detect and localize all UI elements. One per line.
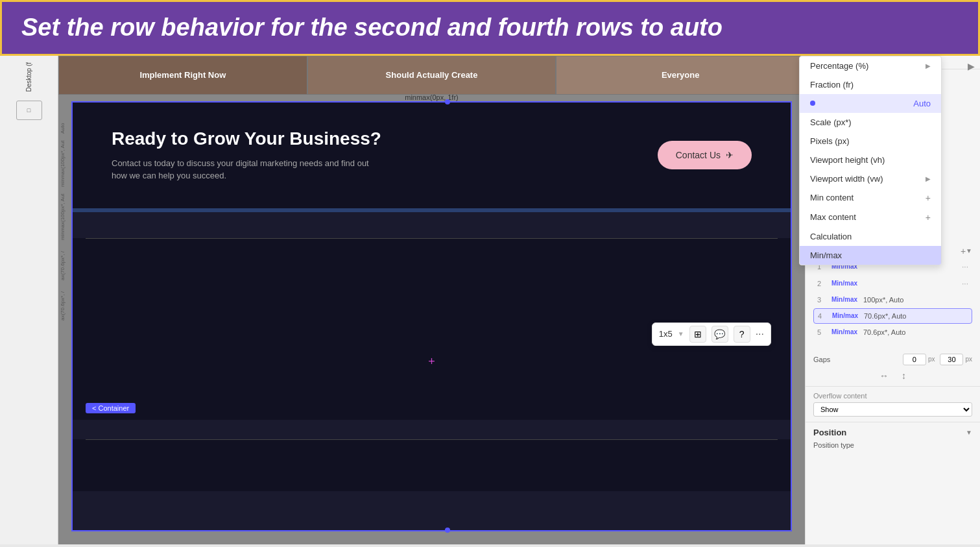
gaps-label: Gaps — [813, 356, 830, 363]
dropdown-item-percentage[interactable]: Percentage (%) ▶ — [800, 56, 941, 75]
row-label-minmax1: minmax(100px*, Aut — [60, 135, 66, 187]
dropdown-item-maxcontent[interactable]: Max content + — [800, 208, 941, 227]
position-type-label: Position type — [813, 441, 972, 449]
dropdown-item-vh-label: Viewport height (vh) — [810, 155, 885, 165]
position-chevron[interactable]: ▼ — [966, 429, 972, 436]
contact-btn-label: Contact Us — [676, 150, 721, 160]
dropdown-item-fraction[interactable]: Fraction (fr) — [800, 75, 941, 94]
dropdown-percentage-arrow: ▶ — [926, 62, 931, 69]
grid-row-1-dots[interactable]: ··· — [962, 262, 968, 271]
gaps-row: Gaps px px — [813, 351, 972, 368]
grid-row-5-type: Min/max — [831, 328, 861, 335]
dropdown-mincontent-plus[interactable]: + — [926, 193, 931, 203]
dropdown-item-calculation[interactable]: Calculation — [800, 227, 941, 246]
grid-row-5[interactable]: 5 Min/max 70.6px*, Auto — [813, 325, 972, 339]
grid-row-4-type: Min/max — [832, 312, 861, 319]
dropdown-item-auto[interactable]: Auto — [800, 94, 941, 113]
cta-subtext: Contact us today to discuss your digital… — [112, 157, 384, 182]
dropdown-item-pixels-label: Pixels (px) — [810, 136, 850, 146]
left-sidebar: Desktop (f □ — [0, 56, 58, 544]
top-right-arrow[interactable]: ▶ — [968, 61, 975, 71]
gaps-section: Gaps px px ↔ ↕ — [806, 346, 980, 387]
dropdown-item-minmax[interactable]: Min/max — [800, 246, 941, 265]
image-label-3: Everyone — [662, 70, 700, 80]
row-labels-container: Auto minmax(100px*, Aut minmax(100px*, A… — [60, 108, 66, 321]
toolbar-btn-3[interactable]: ? — [734, 326, 750, 343]
dropdown-item-vh[interactable]: Viewport height (vh) — [800, 151, 941, 169]
toolbar-btn-2[interactable]: 💬 — [711, 326, 728, 343]
contact-us-button[interactable]: Contact Us ✈ — [658, 141, 752, 169]
grid-row-2-dots[interactable]: ··· — [962, 279, 968, 288]
grid-row-4-num: 4 — [818, 312, 828, 320]
gaps-row-unit: px — [965, 356, 972, 363]
dropdown-item-vw-label: Viewport width (vw) — [810, 174, 883, 184]
banner-title: Set the row behavior for the second and … — [21, 14, 959, 42]
dark-section-1 — [73, 238, 791, 303]
dropdown-item-auto-label: Auto — [913, 99, 931, 108]
position-title-row: Position ▼ — [813, 428, 972, 437]
grid-row-3[interactable]: 3 Min/max 100px*, Auto — [813, 293, 972, 307]
gaps-inputs: px px — [903, 354, 972, 365]
image-label-1: Implement Right Now — [139, 70, 226, 80]
image-block-1: Implement Right Now — [58, 56, 307, 95]
grid-row-5-val: 70.6px*, Auto — [863, 328, 905, 336]
overflow-select[interactable]: Show Hide — [813, 402, 972, 417]
gaps-row-input[interactable] — [940, 354, 963, 365]
row-label-minmax2: minmax(100px*, Aut — [60, 188, 66, 240]
grid-row-2-num: 2 — [817, 280, 828, 287]
dropdown-item-scale[interactable]: Scale (px*) — [800, 113, 941, 132]
section-line-1 — [86, 238, 778, 239]
cta-text-block: Ready to Grow Your Business? Contact us … — [112, 128, 384, 182]
dropdown-item-calculation-label: Calculation — [810, 232, 852, 241]
dropdown-item-mincontent[interactable]: Min content + — [800, 188, 941, 208]
dropdown-item-minmax-label: Min/max — [810, 250, 842, 260]
banner: Set the row behavior for the second and … — [0, 0, 980, 56]
image-strip: Implement Right Now Should Actually Crea… — [58, 56, 805, 95]
grid-row-2[interactable]: 2 Min/max ··· — [813, 276, 972, 291]
dropdown-maxcontent-plus[interactable]: + — [926, 212, 931, 223]
overflow-label: Overflow content — [813, 392, 972, 400]
cta-section: Ready to Grow Your Business? Contact us … — [73, 103, 791, 208]
floating-toolbar[interactable]: 1x5 ▼ ⊞ 💬 ? ··· — [652, 322, 771, 346]
add-row-btn[interactable]: + — [961, 246, 966, 256]
gaps-col-unit: px — [928, 356, 935, 363]
grid-row-3-type: Min/max — [831, 296, 861, 303]
dark-section-2: + 1x5 ▼ ⊞ 💬 ? ··· < Container — [73, 303, 791, 420]
section-divider-1 — [73, 208, 791, 212]
minmax-label: minmax(0px, 1fr) — [405, 93, 459, 101]
dropdown-item-maxcontent-label: Max content — [810, 212, 856, 222]
position-title-label: Position — [813, 428, 846, 437]
row-collapse-chevron[interactable]: ▼ — [966, 247, 972, 254]
grid-row-5-num: 5 — [817, 328, 828, 336]
overflow-section: Overflow content Show Hide — [806, 387, 980, 422]
dropdown-item-pixels[interactable]: Pixels (px) — [800, 132, 941, 151]
gap-vertical-icon: ↕ — [902, 371, 906, 381]
toolbar-dropdown-icon[interactable]: ▼ — [678, 330, 684, 337]
image-label-2: Should Actually Create — [386, 70, 478, 80]
row-label-ax2: ax(70.6px*, / — [60, 282, 66, 321]
dropdown-item-vw[interactable]: Viewport width (vw) ▶ — [800, 169, 941, 188]
container-badge[interactable]: < Container — [86, 403, 136, 413]
plus-add-icon[interactable]: + — [428, 354, 435, 368]
canvas-area: Implement Right Now Should Actually Crea… — [58, 56, 805, 544]
dropdown-item-percentage-label: Percentage (%) — [810, 61, 868, 71]
grid-row-4[interactable]: 4 Min/max 70.6px*, Auto — [813, 308, 972, 324]
dropdown-vw-arrow: ▶ — [926, 175, 931, 182]
website-preview: Auto Ready to Grow Your Business? Contac… — [71, 101, 792, 531]
right-panel: ▶ Sh Ad La arn How Percentage (%) ▶ Frac… — [805, 56, 980, 544]
dropdown-item-mincontent-label: Min content — [810, 193, 854, 202]
toolbar-btn-1[interactable]: ⊞ — [689, 326, 706, 343]
gaps-col-input[interactable] — [903, 354, 926, 365]
gap-horizontal-icon: ↔ — [879, 371, 889, 381]
dropdown-menu[interactable]: Percentage (%) ▶ Fraction (fr) Auto Scal… — [799, 56, 942, 265]
toolbar-more-btn[interactable]: ··· — [756, 328, 764, 340]
dropdown-item-scale-label: Scale (px*) — [810, 117, 852, 127]
grid-row-4-val: 70.6px*, Auto — [864, 312, 906, 320]
image-block-2: Should Actually Create — [307, 56, 556, 95]
handle-dot-bottom[interactable] — [445, 528, 450, 533]
handle-dot-top[interactable] — [445, 99, 450, 104]
grid-row-2-type: Min/max — [831, 280, 861, 287]
toolbar-grid-text: 1x5 — [659, 329, 673, 339]
gaps-row-group: px — [940, 354, 972, 365]
gap-icons-row: ↔ ↕ — [813, 368, 972, 381]
